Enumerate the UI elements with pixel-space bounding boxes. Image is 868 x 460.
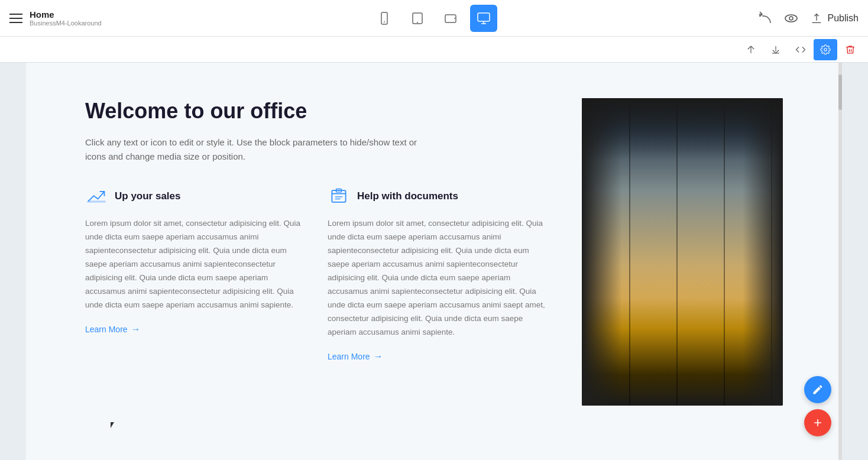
document-icon xyxy=(328,185,350,208)
content-right xyxy=(582,98,783,406)
add-fab-button[interactable] xyxy=(804,409,831,436)
edit-fab-button[interactable] xyxy=(804,376,831,403)
device-tablet-landscape-button[interactable] xyxy=(437,5,464,32)
feature-body-sales[interactable]: Lorem ipsum dolor sit amet, consectetur … xyxy=(85,217,304,312)
svg-point-10 xyxy=(789,17,793,20)
scrollbar-thumb xyxy=(838,74,842,110)
device-desktop-button[interactable] xyxy=(470,5,497,32)
block-subtitle[interactable]: Click any text or icon to edit or style … xyxy=(85,135,440,164)
canvas: Welcome to our office Click any text or … xyxy=(26,63,842,460)
code-button[interactable] xyxy=(789,39,812,60)
svg-rect-13 xyxy=(88,201,105,202)
svg-point-9 xyxy=(785,15,797,22)
settings-button[interactable] xyxy=(814,39,837,60)
arrow-icon: → xyxy=(131,324,141,335)
feature-title-documents[interactable]: Help with documents xyxy=(357,190,458,202)
menu-button[interactable] xyxy=(9,14,22,23)
device-tablet-button[interactable] xyxy=(404,5,431,32)
section-toolbar xyxy=(0,37,868,63)
page-subtitle: BusinessM4-Lookaround xyxy=(30,20,102,27)
chart-up-icon xyxy=(85,185,108,208)
learn-more-sales[interactable]: Learn More → xyxy=(85,324,141,335)
publish-label: Publish xyxy=(828,13,859,24)
feature-header-sales: Up your sales xyxy=(85,185,304,208)
publish-button[interactable]: Publish xyxy=(810,12,859,25)
move-up-button[interactable] xyxy=(739,39,763,60)
arrow-icon-2: → xyxy=(374,351,383,362)
feature-col-sales: Up your sales Lorem ipsum dolor sit amet… xyxy=(85,185,304,361)
svg-point-12 xyxy=(824,48,827,51)
feature-header-documents: Help with documents xyxy=(328,185,546,208)
feature-col-documents: Help with documents Lorem ipsum dolor si… xyxy=(328,185,546,361)
feature-title-sales[interactable]: Up your sales xyxy=(115,190,181,202)
canvas-wrapper: Welcome to our office Click any text or … xyxy=(0,63,868,460)
preview-button[interactable] xyxy=(784,11,798,25)
topbar: Home BusinessM4-Lookaround xyxy=(0,0,868,37)
block-title[interactable]: Welcome to our office xyxy=(85,98,546,124)
office-image-inner xyxy=(582,98,783,406)
office-image xyxy=(582,98,783,406)
topbar-left: Home BusinessM4-Lookaround xyxy=(9,9,128,27)
learn-more-documents[interactable]: Learn More → xyxy=(328,351,383,362)
feature-body-documents[interactable]: Lorem ipsum dolor sit amet, consectetur … xyxy=(328,217,546,339)
device-switcher xyxy=(128,5,740,32)
undo-button[interactable] xyxy=(758,11,772,25)
content-block: Welcome to our office Click any text or … xyxy=(26,63,842,441)
svg-rect-6 xyxy=(478,13,490,21)
device-mobile-button[interactable] xyxy=(371,5,398,32)
download-button[interactable] xyxy=(764,39,788,60)
features-row: Up your sales Lorem ipsum dolor sit amet… xyxy=(85,185,546,361)
fab-container xyxy=(804,376,831,436)
page-info: Home BusinessM4-Lookaround xyxy=(30,9,102,27)
page-title: Home xyxy=(30,9,102,20)
content-left: Welcome to our office Click any text or … xyxy=(85,98,546,406)
delete-button[interactable] xyxy=(838,39,862,60)
scrollbar[interactable] xyxy=(838,63,842,460)
topbar-right: Publish xyxy=(740,11,859,25)
